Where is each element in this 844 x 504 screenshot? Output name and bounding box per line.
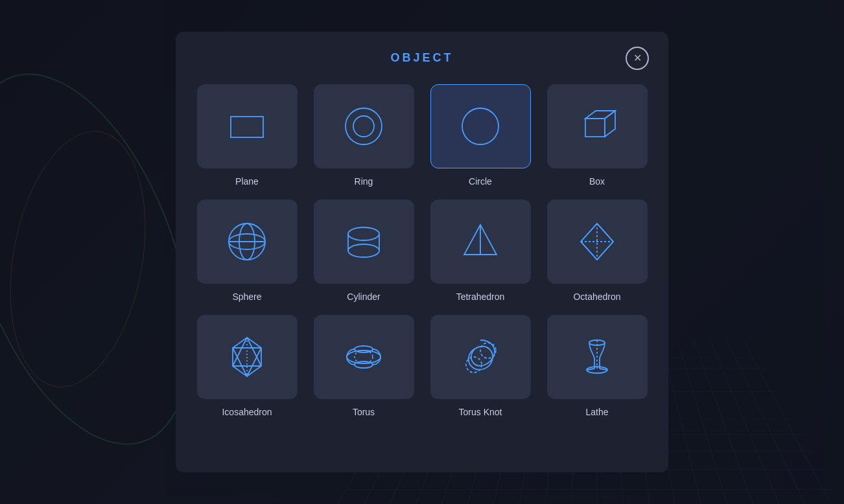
cylinder-icon — [338, 216, 390, 268]
object-icon-box-ring[interactable] — [314, 84, 414, 168]
object-item-sphere[interactable]: Sphere — [195, 200, 299, 302]
torus-icon — [338, 331, 390, 383]
object-icon-box-plane[interactable] — [197, 84, 298, 168]
svg-line-22 — [581, 223, 597, 242]
box-icon — [571, 100, 623, 152]
tetrahedron-icon — [454, 216, 506, 268]
object-icon-box-torus-knot[interactable] — [430, 315, 531, 399]
close-button[interactable]: ✕ — [626, 47, 649, 70]
ring-icon — [338, 100, 390, 152]
object-icon-box-sphere[interactable] — [197, 200, 298, 284]
object-label-octahedron: Octahedron — [573, 292, 620, 302]
object-item-octahedron[interactable]: Octahedron — [545, 200, 649, 302]
svg-point-39 — [480, 343, 496, 358]
object-icon-box-cylinder[interactable] — [314, 200, 414, 284]
object-label-lathe: Lathe — [585, 407, 608, 417]
object-label-cylinder: Cylinder — [347, 292, 380, 302]
modal-overlay: OBJECT ✕ Plane — [0, 0, 844, 504]
object-item-lathe[interactable]: Lathe — [545, 315, 649, 417]
svg-point-3 — [462, 108, 498, 144]
object-item-box[interactable]: Box — [545, 84, 649, 187]
object-icon-box-octahedron[interactable] — [547, 200, 648, 284]
object-label-icosahedron: Icosahedron — [222, 407, 272, 417]
object-item-torus[interactable]: Torus — [312, 315, 416, 417]
plane-icon — [221, 100, 273, 152]
svg-line-23 — [581, 242, 597, 260]
torus-knot-icon — [454, 331, 506, 383]
object-label-box: Box — [589, 176, 605, 187]
modal-title: OBJECT — [390, 51, 453, 65]
object-icon-box-icosahedron[interactable] — [197, 315, 298, 399]
object-icon-box-lathe[interactable] — [547, 315, 648, 399]
lathe-icon — [571, 331, 623, 383]
object-item-cylinder[interactable]: Cylinder — [312, 200, 416, 302]
svg-rect-0 — [231, 117, 263, 137]
object-item-ring[interactable]: Ring — [312, 84, 416, 187]
svg-line-21 — [597, 223, 613, 242]
svg-point-37 — [355, 361, 373, 368]
object-icon-box-circle[interactable] — [430, 84, 531, 168]
object-label-ring: Ring — [355, 176, 373, 187]
svg-line-24 — [597, 242, 613, 260]
svg-point-1 — [346, 108, 382, 144]
svg-point-2 — [353, 116, 374, 137]
icosahedron-icon — [221, 331, 273, 383]
object-item-circle[interactable]: Circle — [428, 84, 532, 187]
svg-rect-4 — [585, 119, 605, 137]
object-label-torus-knot: Torus Knot — [459, 407, 502, 417]
object-icon-box-torus[interactable] — [314, 315, 414, 399]
object-item-torus-knot[interactable]: Torus Knot — [428, 315, 532, 417]
object-item-tetrahedron[interactable]: Tetrahedron — [428, 200, 532, 302]
sphere-icon — [221, 216, 273, 268]
object-modal: OBJECT ✕ Plane — [176, 32, 668, 472]
object-label-tetrahedron: Tetrahedron — [456, 292, 505, 302]
object-label-plane: Plane — [235, 176, 259, 187]
object-icon-box-box[interactable] — [547, 84, 648, 168]
object-item-icosahedron[interactable]: Icosahedron — [195, 315, 299, 417]
object-label-circle: Circle — [469, 176, 492, 187]
octahedron-icon — [571, 216, 623, 268]
svg-point-38 — [355, 346, 373, 352]
object-label-sphere: Sphere — [232, 292, 261, 302]
modal-header: OBJECT ✕ — [195, 51, 649, 65]
circle-icon — [454, 100, 506, 152]
close-icon: ✕ — [633, 52, 642, 64]
objects-grid: Plane Ring Circle — [195, 84, 649, 417]
object-item-plane[interactable]: Plane — [195, 84, 299, 187]
object-label-torus: Torus — [353, 407, 375, 417]
svg-marker-6 — [605, 111, 615, 137]
object-icon-box-tetrahedron[interactable] — [430, 200, 531, 284]
svg-point-12 — [348, 244, 379, 257]
svg-point-11 — [348, 227, 379, 240]
